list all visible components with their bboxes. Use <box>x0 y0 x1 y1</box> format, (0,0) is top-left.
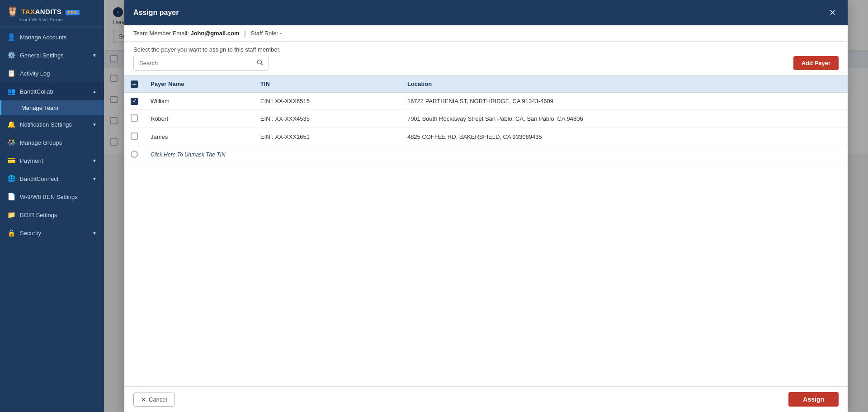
modal-instruction: Select the payer you want to assign to t… <box>124 42 848 56</box>
tin-cell: EIN : XX-XXX1651 <box>254 128 401 146</box>
col-header-tin: TIN <box>254 76 401 93</box>
sidebar-label-notification-settings: Notification Settings <box>20 121 72 128</box>
col-header-checkbox <box>124 76 144 93</box>
col-header-location: Location <box>401 76 848 93</box>
cancel-icon: ✕ <box>141 396 146 403</box>
col-header-payer-name: Payer Name <box>144 76 254 93</box>
general-settings-icon: ⚙️ <box>7 51 15 59</box>
notification-settings-chevron: ▼ <box>92 122 97 127</box>
assign-payer-modal: Assign payer ✕ Team Member Email: John@g… <box>124 0 848 412</box>
table-row: William EIN : XX-XXX6515 16722 PARTHENIA… <box>124 93 848 110</box>
sidebar-label-general-settings: General Settings <box>20 52 64 59</box>
select-all-payer-checkbox[interactable] <box>131 81 138 88</box>
w9-w8-ben-icon: 📄 <box>7 193 15 201</box>
brand-name: TAXANDITS PRO <box>21 8 80 15</box>
manage-groups-icon: 👫 <box>7 138 15 147</box>
sidebar-item-manage-accounts[interactable]: 👤 Manage Accounts <box>0 28 104 46</box>
sidebar-item-general-settings[interactable]: ⚙️ General Settings ▼ <box>0 46 104 64</box>
unmask-radio[interactable] <box>131 151 138 158</box>
team-member-email-label: Team Member Email: <box>133 30 189 37</box>
team-member-email-value: John@gmail.com <box>190 30 239 37</box>
sidebar-label-banditconnect: BanditConnect <box>20 175 58 182</box>
sidebar-item-manage-team[interactable]: Manage Team <box>0 100 104 115</box>
general-settings-chevron: ▼ <box>92 53 97 58</box>
unmask-label-cell[interactable]: Click Here To Unmask The TIN <box>144 146 848 164</box>
table-row: James EIN : XX-XXX1651 4825 COFFEE RD, B… <box>124 128 848 146</box>
modal-header: Assign payer ✕ <box>124 0 848 25</box>
security-chevron: ▼ <box>92 231 97 236</box>
sidebar-label-boir-settings: BOIR Settings <box>20 212 57 218</box>
banditconnect-icon: 🌐 <box>7 175 15 183</box>
location-cell: 7901 South Rockaway Street San Pablo, CA… <box>401 109 848 128</box>
sidebar-item-manage-groups[interactable]: 👫 Manage Groups <box>0 133 104 152</box>
security-icon: 🔒 <box>7 229 15 237</box>
payer-table: Payer Name TIN Location William EIN <box>124 76 848 164</box>
staff-role-value: - <box>280 30 282 37</box>
location-cell: 16722 PARTHENIA ST, NORTHRIDGE, CA 91343… <box>401 93 848 110</box>
row-cb-cell <box>124 109 144 128</box>
payer-row-checkbox-william[interactable] <box>131 98 138 105</box>
modal-title: Assign payer <box>133 9 179 17</box>
modal-backdrop: Assign payer ✕ Team Member Email: John@g… <box>104 0 868 412</box>
sidebar-item-payment[interactable]: 💳 Payment ▼ <box>0 152 104 170</box>
sidebar-label-w9-w8-ben: W-9/W8 BEN Settings <box>20 194 78 200</box>
payment-icon: 💳 <box>7 156 15 165</box>
modal-search-input[interactable] <box>139 60 254 66</box>
notification-settings-icon: 🔔 <box>7 120 15 128</box>
add-payer-button[interactable]: Add Payer <box>793 56 839 70</box>
tin-cell: EIN : XX-XXX6515 <box>254 93 401 110</box>
payer-name-cell: James <box>144 128 254 146</box>
tin-cell: EIN : XX-XXX4535 <box>254 109 401 128</box>
banditcollab-icon: 👥 <box>7 87 15 95</box>
cancel-label: Cancel <box>149 396 167 403</box>
table-header-row: Payer Name TIN Location <box>124 76 848 93</box>
sidebar-item-security[interactable]: 🔒 Security ▼ <box>0 224 104 242</box>
payment-chevron: ▼ <box>92 158 97 163</box>
sidebar-label-activity-log: Activity Log <box>20 70 50 77</box>
banditconnect-chevron: ▼ <box>92 176 97 181</box>
row-cb-cell <box>124 128 144 146</box>
activity-log-icon: 📋 <box>7 69 15 77</box>
cancel-button[interactable]: ✕ Cancel <box>133 393 175 407</box>
sidebar: 🦉 TAXANDITS PRO Your 1099 & W2 Experts 👤… <box>0 0 104 412</box>
modal-meta: Team Member Email: John@gmail.com | Staf… <box>124 25 848 42</box>
main-content: ‹ BanditCollab ( Here are the team m Sea… <box>104 0 868 412</box>
payer-name-cell: Robert <box>144 109 254 128</box>
manage-accounts-icon: 👤 <box>7 33 15 41</box>
sidebar-label-payment: Payment <box>20 157 43 164</box>
logo-tagline: Your 1099 & W2 Experts <box>6 18 98 22</box>
svg-line-1 <box>261 64 263 66</box>
sidebar-item-activity-log[interactable]: 📋 Activity Log <box>0 64 104 82</box>
payer-name-cell: William <box>144 93 254 110</box>
sidebar-item-banditcollab[interactable]: 👥 BanditCollab ▲ <box>0 82 104 100</box>
payer-row-checkbox-james[interactable] <box>131 133 138 140</box>
sidebar-label-security: Security <box>20 230 41 237</box>
modal-footer: ✕ Cancel Assign <box>124 386 848 412</box>
modal-table-container: Payer Name TIN Location William EIN <box>124 76 848 386</box>
modal-close-button[interactable]: ✕ <box>826 6 839 19</box>
modal-search-row: Add Payer <box>124 56 848 76</box>
sidebar-item-banditconnect[interactable]: 🌐 BanditConnect ▼ <box>0 170 104 188</box>
sidebar-item-w9-w8-ben[interactable]: 📄 W-9/W8 BEN Settings <box>0 188 104 206</box>
sidebar-label-manage-groups: Manage Groups <box>20 139 62 146</box>
sidebar-nav: 👤 Manage Accounts ⚙️ General Settings ▼ … <box>0 28 104 412</box>
sidebar-label-banditcollab: BanditCollab <box>20 88 53 95</box>
boir-settings-icon: 📁 <box>7 211 15 219</box>
staff-role-label: Staff Role: <box>251 30 278 37</box>
assign-button[interactable]: Assign <box>788 392 839 407</box>
logo-area: 🦉 TAXANDITS PRO Your 1099 & W2 Experts <box>0 0 104 28</box>
pro-badge: PRO <box>66 10 80 15</box>
payer-row-checkbox-robert[interactable] <box>131 114 138 122</box>
sidebar-item-boir-settings[interactable]: 📁 BOIR Settings <box>0 206 104 224</box>
location-cell: 4825 COFFEE RD, BAKERSFIELD, CA 93308943… <box>401 128 848 146</box>
sidebar-item-notification-settings[interactable]: 🔔 Notification Settings ▼ <box>0 115 104 133</box>
row-cb-cell <box>124 93 144 110</box>
sidebar-label-manage-accounts: Manage Accounts <box>20 34 66 41</box>
sidebar-label-manage-team: Manage Team <box>21 104 58 111</box>
modal-search-container[interactable] <box>133 56 269 71</box>
table-row: Robert EIN : XX-XXX4535 7901 South Rocka… <box>124 109 848 128</box>
unmask-cb-cell <box>124 146 144 164</box>
owl-icon: 🦉 <box>6 5 19 17</box>
modal-search-button[interactable] <box>257 59 263 67</box>
banditcollab-chevron: ▲ <box>92 89 97 94</box>
